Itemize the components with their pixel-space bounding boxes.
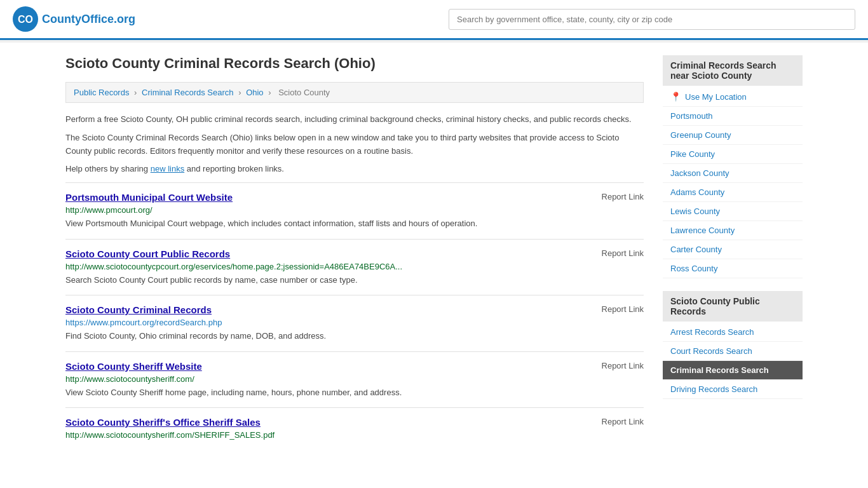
report-link-3[interactable]: Report Link — [602, 361, 644, 370]
result-title-4[interactable]: Scioto County Sheriff's Office Sheriff S… — [65, 417, 261, 428]
result-desc-0: View Portsmouth Municipal Court webpage,… — [65, 217, 644, 230]
report-link-4[interactable]: Report Link — [602, 417, 644, 426]
sidebar-nearby-link-5[interactable]: Adams County — [663, 183, 803, 202]
result-url-2: https://www.pmcourt.org/recordSearch.php — [65, 318, 644, 327]
svg-text:CO: CO — [18, 14, 33, 25]
result-header: Portsmouth Municipal Court Website Repor… — [65, 192, 644, 203]
main-container: Scioto County Criminal Records Search (O… — [53, 43, 815, 464]
breadcrumb: Public Records › Criminal Records Search… — [65, 82, 644, 103]
sidebar-section-nearby: Criminal Records Search near Scioto Coun… — [663, 55, 803, 278]
sidebar-pr-link-1[interactable]: Court Records Search — [663, 342, 803, 361]
result-item: Portsmouth Municipal Court Website Repor… — [65, 182, 644, 239]
logo-icon: CO — [13, 6, 38, 32]
public-records-links-container: Arrest Records SearchCourt Records Searc… — [663, 323, 803, 399]
breadcrumb-criminal-records-search[interactable]: Criminal Records Search — [142, 88, 234, 97]
result-title-3[interactable]: Scioto County Sheriff Website — [65, 361, 202, 372]
location-icon: 📍 — [670, 92, 681, 102]
sidebar-nearby-link-0[interactable]: 📍Use My Location — [663, 87, 803, 107]
result-header: Scioto County Sheriff Website Report Lin… — [65, 361, 644, 372]
breadcrumb-current: Scioto County — [278, 88, 330, 97]
result-header: Scioto County Criminal Records Report Li… — [65, 304, 644, 315]
sidebar-nearby-link-2[interactable]: Greenup County — [663, 126, 803, 145]
sidebar-pr-link-3[interactable]: Driving Records Search — [663, 380, 803, 399]
content-area: Scioto County Criminal Records Search (O… — [65, 55, 644, 451]
report-link-2[interactable]: Report Link — [602, 304, 644, 314]
sidebar-pr-link-2[interactable]: Criminal Records Search — [663, 361, 803, 380]
result-desc-3: View Scioto County Sheriff home page, in… — [65, 386, 644, 399]
search-input[interactable] — [449, 9, 855, 30]
sidebar-nearby-link-6[interactable]: Lewis County — [663, 202, 803, 221]
result-title-1[interactable]: Scioto County Court Public Records — [65, 248, 230, 259]
result-title-0[interactable]: Portsmouth Municipal Court Website — [65, 192, 233, 203]
sidebar-nearby-link-9[interactable]: Ross County — [663, 259, 803, 278]
result-title-2[interactable]: Scioto County Criminal Records — [65, 304, 212, 315]
description-p3: Help others by sharing new links and rep… — [65, 163, 644, 176]
result-url-3: http://www.sciotocountysheriff.com/ — [65, 374, 644, 384]
result-header: Scioto County Sheriff's Office Sheriff S… — [65, 417, 644, 428]
report-link-1[interactable]: Report Link — [602, 248, 644, 258]
result-url-1: http://www.sciotocountycpcourt.org/eserv… — [65, 262, 644, 271]
nearby-links-container: 📍Use My LocationPortsmouthGreenup County… — [663, 87, 803, 278]
new-links-link[interactable]: new links — [151, 164, 184, 173]
description-p1: Perform a free Scioto County, OH public … — [65, 113, 644, 126]
sidebar: Criminal Records Search near Scioto Coun… — [663, 55, 803, 451]
sidebar-section-public-records: Scioto County Public Records Arrest Reco… — [663, 291, 803, 399]
report-link-0[interactable]: Report Link — [602, 192, 644, 201]
sidebar-nearby-link-7[interactable]: Lawrence County — [663, 221, 803, 240]
result-item: Scioto County Sheriff's Office Sheriff S… — [65, 407, 644, 451]
logo[interactable]: CO CountyOffice.org — [13, 6, 135, 32]
description-p2: The Scioto County Criminal Records Searc… — [65, 132, 644, 158]
result-desc-1: Search Scioto County Court public record… — [65, 274, 644, 287]
result-url-4: http://www.sciotocountysheriff.com/SHERI… — [65, 430, 644, 440]
breadcrumb-ohio[interactable]: Ohio — [246, 88, 263, 97]
sidebar-nearby-link-8[interactable]: Carter County — [663, 240, 803, 259]
breadcrumb-public-records[interactable]: Public Records — [74, 88, 129, 97]
results-list: Portsmouth Municipal Court Website Repor… — [65, 182, 644, 451]
result-url-0: http://www.pmcourt.org/ — [65, 205, 644, 215]
result-item: Scioto County Sheriff Website Report Lin… — [65, 351, 644, 408]
description: Perform a free Scioto County, OH public … — [65, 113, 644, 176]
sidebar-nearby-link-3[interactable]: Pike County — [663, 145, 803, 164]
sidebar-nearby-link-1[interactable]: Portsmouth — [663, 107, 803, 126]
sidebar-nearby-link-4[interactable]: Jackson County — [663, 164, 803, 183]
page-title: Scioto County Criminal Records Search (O… — [65, 55, 644, 72]
logo-text: CountyOffice.org — [42, 13, 135, 26]
result-header: Scioto County Court Public Records Repor… — [65, 248, 644, 259]
result-item: Scioto County Court Public Records Repor… — [65, 239, 644, 295]
result-desc-2: Find Scioto County, Ohio criminal record… — [65, 330, 644, 342]
sidebar-nearby-header: Criminal Records Search near Scioto Coun… — [663, 55, 803, 86]
sidebar-pr-link-0[interactable]: Arrest Records Search — [663, 323, 803, 342]
search-bar — [449, 9, 855, 30]
result-item: Scioto County Criminal Records Report Li… — [65, 295, 644, 351]
sidebar-public-records-header: Scioto County Public Records — [663, 291, 803, 322]
